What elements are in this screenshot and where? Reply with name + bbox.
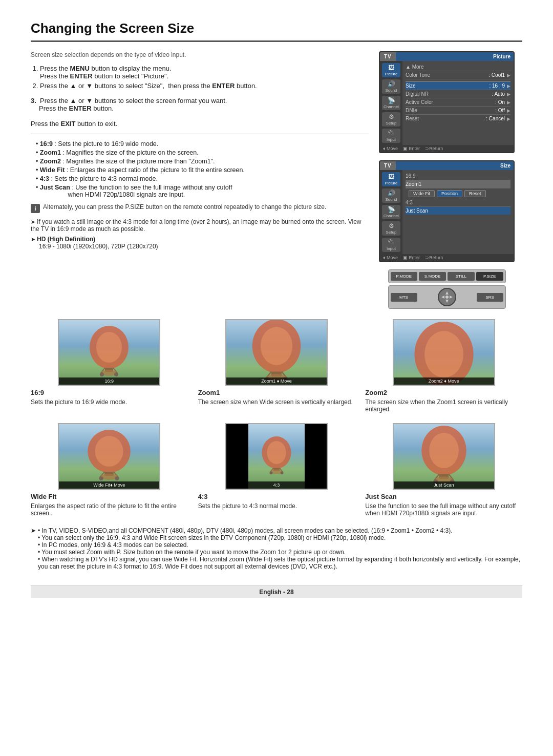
screen-mode-justscan: Just Scan Just Scan Use the function to …	[365, 423, 522, 517]
svg-point-36	[115, 476, 119, 480]
remote-srs[interactable]: SRS	[477, 293, 503, 302]
position-btn[interactable]: Position	[437, 190, 462, 197]
steps-1-2: Press the MENU button to display the men…	[31, 65, 369, 90]
svg-point-4	[445, 296, 449, 299]
label-bar-zoom2: Zoom2 ♦ Move	[394, 377, 494, 385]
svg-marker-2	[441, 296, 444, 299]
size-row-justscan: Just Scan	[406, 207, 511, 215]
bullet-zoom2: Zoom2 : Magnifies the size of the pictur…	[36, 158, 369, 165]
svg-point-43	[269, 471, 272, 474]
sidebar2-picture: 🖼 Picture	[382, 172, 400, 186]
page-title-bar: Changing the Screen Size	[31, 20, 522, 42]
svg-marker-3	[450, 296, 453, 299]
mode-title-43: 4:3	[198, 493, 208, 500]
bullet-169: 16:9 : Sets the picture to 16:9 wide mod…	[36, 140, 369, 148]
screen-mode-169: 16:9 16:9 Sets the picture to 16:9 wide …	[31, 319, 188, 413]
step-1: Press the MENU button to display the men…	[40, 65, 369, 80]
menu-row-colortone: Color Tone : Cool1 ▶	[406, 71, 511, 79]
tv-footer-1: ♦ Move ▣ Enter ⊃Return	[380, 145, 514, 152]
screen-image-zoom2: Zoom2 ♦ Move	[393, 319, 495, 386]
svg-point-6	[96, 332, 122, 363]
balloon-zoom2	[393, 320, 495, 386]
screen-modes-grid: 16:9 16:9 Sets the picture to 16:9 wide …	[31, 319, 522, 517]
intro-text: Screen size selection depends on the typ…	[31, 51, 369, 58]
sidebar2-setup: ⚙ Setup	[382, 221, 400, 236]
mode-desc-zoom1: The screen size when Wide screen is vert…	[198, 398, 353, 406]
bullet-list: 16:9 : Sets the picture to 16:9 wide mod…	[36, 140, 369, 198]
sidebar2-input: 🔌 Input	[382, 238, 400, 252]
tv-menu-body-1: 🖼 Picture 🔊 Sound 📡 Channel ⚙ Setup	[380, 61, 514, 145]
screen-mode-zoom2: Zoom2 ♦ Move Zoom2 The screen size when …	[365, 319, 522, 413]
menu-row-reset: Reset : Cancel ▶	[406, 115, 511, 122]
tv-picture-menu: TV Picture 🖼 Picture 🔊 Sound 📡 Channel	[379, 51, 515, 153]
bottom-note-1: • In TV, VIDEO, S-VIDEO,and all COMPONEN…	[31, 527, 522, 570]
note-text-1: Alternately, you can press the P.SIZE bu…	[43, 203, 326, 211]
menu-row-dnr: Digital NR : Auto ▶	[406, 90, 511, 98]
wide-fit-btn[interactable]: Wide Fit	[409, 190, 435, 197]
mode-title-justscan: Just Scan	[365, 493, 396, 500]
bullet-justscan: Just Scan : Use the function to see the …	[36, 184, 369, 198]
remote-pmode[interactable]: P.MODE	[391, 272, 418, 281]
menu-row-dnie: DNIe : Off ▶	[406, 107, 511, 115]
balloon-svg-43	[253, 428, 300, 485]
sidebar-input: 🔌 Input	[382, 129, 400, 143]
sidebar2-channel: 📡 Channel	[382, 205, 400, 219]
balloon-svg-widefit	[75, 428, 143, 485]
steps-list: Press the MENU button to display the men…	[31, 65, 369, 90]
reset-btn[interactable]: Reset	[464, 190, 486, 197]
balloon-widefit	[58, 424, 160, 489]
svg-point-30	[95, 436, 123, 467]
mode-desc-43: Sets the picture to 4:3 normal mode.	[198, 502, 297, 510]
mode-desc-zoom2: The screen size when the Zoom1 screen is…	[365, 398, 522, 413]
balloon-svg-zoom2	[397, 319, 491, 386]
mode-title-zoom1: Zoom1	[198, 389, 220, 396]
note-box-1: i Alternately, you can press the P.SIZE …	[31, 203, 369, 213]
remote-nav	[422, 288, 472, 306]
black-bar-right	[305, 424, 327, 489]
mode-title-169: 16:9	[31, 389, 44, 396]
size-buttons: Wide Fit Position Reset	[409, 190, 507, 197]
remote-smode[interactable]: S.MODE	[419, 272, 446, 281]
menu-row-more: ▲ More	[406, 63, 511, 71]
balloon-svg-justscan	[409, 424, 479, 489]
tv-menu-content-2: 16:9 Zoom1 Wide Fit Position Reset 4:3	[402, 170, 514, 254]
balloon-justscan	[393, 423, 495, 490]
tv-menu-sidebar-2: 🖼 Picture 🔊 Sound 📡 Channel ⚙ Setup	[380, 170, 402, 254]
svg-point-11	[100, 372, 104, 376]
bullet-43: 4:3 : Sets the picture to 4:3 normal mod…	[36, 175, 369, 182]
black-bar-left	[226, 424, 248, 489]
mode-title-widefit: Wide Fit	[31, 493, 56, 500]
svg-line-25	[450, 385, 456, 386]
sidebar-picture: 🖼 Picture	[382, 63, 400, 77]
left-column: Screen size selection depends on the typ…	[31, 51, 369, 309]
nav-arrows-icon	[440, 290, 454, 304]
sidebar-setup: ⚙ Setup	[382, 112, 400, 127]
svg-rect-23	[438, 385, 450, 386]
right-column: TV Picture 🖼 Picture 🔊 Sound 📡 Channel	[379, 51, 522, 309]
menu-row-active: Active Color : On ▶	[406, 98, 511, 107]
page-footer: English - 28	[31, 585, 522, 598]
screen-image-widefit: Wide Fit♦ Move	[58, 423, 160, 490]
step-2: Press the ▲ or ▼ buttons to select "Size…	[40, 82, 369, 90]
remote-mts[interactable]: MTS	[391, 293, 417, 302]
remote-still[interactable]: STILL	[448, 272, 475, 281]
label-bar-zoom1: Zoom1 ♦ Move	[226, 377, 327, 385]
step-3-enter: Press the ENTER button.	[39, 104, 114, 112]
balloon-169	[59, 320, 159, 385]
screen-image-justscan: Just Scan	[393, 423, 495, 490]
label-bar-justscan: Just Scan	[394, 481, 494, 489]
balloon-zoom1	[225, 319, 328, 386]
svg-line-24	[431, 385, 437, 386]
remote-psize[interactable]: P.SIZE	[476, 272, 503, 281]
mode-title-zoom2: Zoom2	[365, 389, 387, 396]
screen-image-zoom1: Zoom1 ♦ Move	[225, 319, 328, 386]
arrow-note-1: If you watch a still image or the 4:3 mo…	[31, 218, 369, 233]
menu-row-size: Size : 16 : 9 ▶	[406, 82, 511, 90]
note-icon: i	[31, 204, 40, 213]
remote-nav-circle[interactable]	[438, 288, 456, 306]
remote-control: P.MODE S.MODE STILL P.SIZE MTS	[379, 269, 515, 309]
screen-mode-widefit: Wide Fit♦ Move Wide Fit Enlarges the asp…	[31, 423, 188, 517]
tv-footer-2: ♦ Move ▣ Enter ⊃Return	[380, 254, 514, 261]
bullet-zoom1: Zoom1 : Magnifies the size of the pictur…	[36, 149, 369, 156]
screen-image-169: 16:9	[58, 319, 160, 386]
